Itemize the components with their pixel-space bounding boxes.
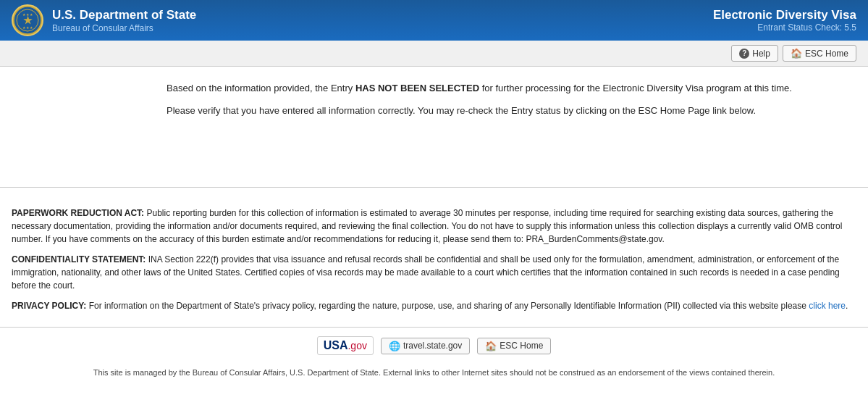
- paperwork-label: PAPERWORK REDUCTION ACT:: [12, 208, 144, 218]
- help-button[interactable]: ? Help: [731, 45, 778, 62]
- status-para2: Please verify that you have entered all …: [167, 104, 839, 119]
- help-icon: ?: [739, 49, 749, 59]
- usa-text: USA: [324, 339, 348, 352]
- footer-esc-home-button[interactable]: 🏠 ESC Home: [477, 338, 551, 354]
- footer-bottom-text: This site is managed by the Bureau of Co…: [93, 368, 775, 377]
- main-content: Based on the information provided, the E…: [0, 67, 868, 175]
- page-header: ★ ★ ★ ★ ★ ★ ★ U.S. Department of State B…: [0, 0, 868, 41]
- dot-gov-text: .gov: [347, 340, 366, 351]
- travel-label: travel.state.gov: [403, 341, 462, 351]
- privacy-text-before: For information on the Department of Sta…: [86, 301, 809, 311]
- paperwork-para: PAPERWORK REDUCTION ACT: Public reportin…: [12, 207, 856, 246]
- footer-home-icon: 🏠: [485, 341, 497, 351]
- para1-suffix: for further processing for the Electroni…: [479, 83, 792, 93]
- privacy-label: PRIVACY POLICY:: [12, 301, 86, 311]
- globe-icon: 🌐: [389, 341, 400, 351]
- esc-home-button[interactable]: 🏠 ESC Home: [783, 45, 856, 62]
- usa-gov-logo: USA.gov: [317, 336, 374, 355]
- home-icon: 🏠: [791, 48, 802, 59]
- svg-text:★ ★ ★: ★ ★ ★: [22, 25, 34, 30]
- header-title-block: U.S. Department of State Bureau of Consu…: [52, 7, 196, 33]
- confidentiality-label: CONFIDENTIALITY STATEMENT:: [12, 254, 146, 264]
- travel-state-gov-button[interactable]: 🌐 travel.state.gov: [381, 338, 470, 354]
- entrant-status: Entrant Status Check: 5.5: [713, 22, 856, 33]
- esc-home-label: ESC Home: [805, 49, 848, 59]
- legal-section: PAPERWORK REDUCTION ACT: Public reportin…: [0, 199, 868, 327]
- status-para1: Based on the information provided, the E…: [167, 81, 839, 96]
- footer-bottom: This site is managed by the Bureau of Co…: [0, 364, 868, 384]
- dept-name: U.S. Department of State: [52, 7, 196, 23]
- bureau-name: Bureau of Consular Affairs: [52, 23, 196, 33]
- visa-title: Electronic Diversity Visa: [713, 8, 856, 22]
- toolbar: ? Help 🏠 ESC Home: [0, 41, 868, 67]
- footer-esc-home-label: ESC Home: [500, 341, 543, 351]
- privacy-text-after: .: [846, 301, 848, 311]
- footer-links: USA.gov 🌐 travel.state.gov 🏠 ESC Home: [0, 327, 868, 364]
- confidentiality-para: CONFIDENTIALITY STATEMENT: INA Section 2…: [12, 253, 856, 292]
- privacy-para: PRIVACY POLICY: For information on the D…: [12, 299, 856, 312]
- section-divider: [0, 187, 868, 188]
- privacy-link[interactable]: click here: [809, 301, 846, 311]
- status-message: Based on the information provided, the E…: [167, 81, 839, 119]
- para1-prefix: Based on the information provided, the E…: [167, 83, 355, 93]
- header-right: Electronic Diversity Visa Entrant Status…: [713, 8, 856, 33]
- help-label: Help: [752, 49, 770, 59]
- para1-bold: HAS NOT BEEN SELECTED: [355, 83, 479, 93]
- header-left: ★ ★ ★ ★ ★ ★ ★ U.S. Department of State B…: [12, 4, 196, 36]
- svg-text:★ ★ ★: ★ ★ ★: [22, 12, 34, 17]
- state-dept-seal: ★ ★ ★ ★ ★ ★ ★: [12, 4, 43, 36]
